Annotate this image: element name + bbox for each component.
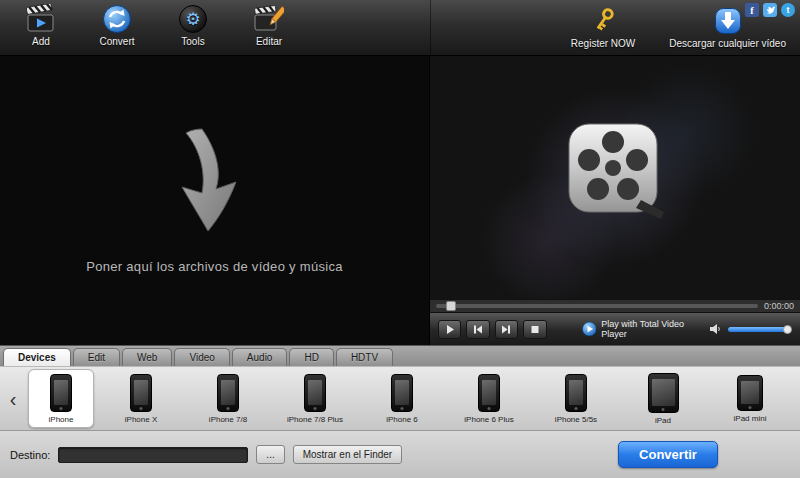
- show-in-finder-button[interactable]: Mostrar en el Finder: [293, 445, 402, 464]
- volume-slider[interactable]: [728, 327, 792, 332]
- destination-input[interactable]: [58, 447, 248, 463]
- carousel-prev-icon[interactable]: ‹: [4, 389, 22, 409]
- toolbar: Add: [0, 0, 800, 56]
- file-drop-zone[interactable]: Poner aquí los archivos de vídeo y músic…: [0, 56, 430, 345]
- bottom-bar: Destino: ... Mostrar en el Finder Conver…: [0, 430, 800, 478]
- ipad-mini-icon: [737, 375, 763, 411]
- device-item-ipad-mini[interactable]: iPad mini: [710, 375, 790, 423]
- film-reel-icon: [563, 120, 667, 228]
- device-label: iPhone: [49, 415, 74, 424]
- device-item-iphone-7-8-plus[interactable]: iPhone 7/8 Plus: [275, 374, 355, 424]
- iphone-6-plus-icon: [478, 374, 500, 412]
- facebook-icon[interactable]: f: [745, 3, 759, 17]
- device-item-iphone-7-8[interactable]: iPhone 7/8: [188, 374, 268, 424]
- convert-button[interactable]: Convert: [86, 4, 148, 47]
- iphone-6-icon: [391, 374, 413, 412]
- device-label: iPhone X: [125, 415, 157, 424]
- device-label: iPhone 5/5s: [555, 415, 597, 424]
- convert-arrows-icon: [102, 4, 132, 34]
- tab-devices[interactable]: Devices: [3, 348, 71, 366]
- tools-label: Tools: [181, 36, 204, 47]
- device-label: iPhone 6: [386, 415, 418, 424]
- tab-web[interactable]: Web: [122, 348, 172, 366]
- progress-row: 0:00:00: [430, 299, 800, 312]
- device-label: iPad mini: [734, 414, 767, 423]
- iphone-7-8-plus-icon: [304, 374, 326, 412]
- toolbar-left-group: Add: [10, 0, 300, 55]
- iphone-7-8-icon: [217, 374, 239, 412]
- twitter-icon[interactable]: t: [781, 3, 795, 17]
- device-list: iPhone iPhone X iPhone 7/8 iPhone 7/8 Pl…: [22, 369, 796, 428]
- twitter-bird-icon[interactable]: [763, 3, 777, 17]
- previous-button[interactable]: [466, 320, 489, 339]
- device-label: iPhone 7/8: [209, 415, 247, 424]
- browse-button[interactable]: ...: [256, 445, 284, 464]
- ipad-icon: [648, 373, 679, 413]
- player-controls: 0:00:00: [430, 299, 800, 345]
- time-display: 0:00:00: [764, 301, 794, 311]
- iphone-x-icon: [130, 374, 152, 412]
- device-carousel: ‹ iPhone iPhone X iPhone 7/8 iPhone 7/8 …: [0, 366, 800, 430]
- edit-button[interactable]: Editar: [238, 4, 300, 47]
- total-video-player-icon: [582, 321, 597, 337]
- volume-fill: [728, 327, 788, 332]
- download-icon: [713, 6, 743, 36]
- branding-text: Play with Total Video Player: [601, 319, 704, 339]
- device-label: iPhone 6 Plus: [464, 415, 513, 424]
- edit-label: Editar: [256, 36, 282, 47]
- device-item-ipad[interactable]: iPad: [623, 373, 703, 425]
- tab-hd[interactable]: HD: [289, 348, 333, 366]
- add-button[interactable]: Add: [10, 4, 72, 47]
- register-label: Register NOW: [571, 38, 635, 49]
- destination-label: Destino:: [10, 449, 50, 461]
- clapperboard-add-icon: [26, 4, 56, 34]
- gear-icon: ⚙: [178, 4, 208, 34]
- device-item-iphone[interactable]: iPhone: [28, 369, 94, 428]
- iphone-5-5s-icon: [565, 374, 587, 412]
- preview-player: 0:00:00: [430, 56, 800, 345]
- device-label: iPad: [655, 416, 671, 425]
- player-branding: Play with Total Video Player: [582, 319, 704, 339]
- seek-bar[interactable]: [436, 304, 758, 308]
- iphone-icon: [50, 374, 72, 412]
- tab-audio[interactable]: Audio: [232, 348, 288, 366]
- drop-arrow-icon: [172, 127, 258, 235]
- add-label: Add: [32, 36, 50, 47]
- video-converter-window: Add: [0, 0, 800, 478]
- main-area: Poner aquí los archivos de vídeo y músic…: [0, 56, 800, 345]
- play-button[interactable]: [438, 320, 461, 339]
- volume-handle[interactable]: [783, 325, 792, 334]
- convert-label: Convert: [99, 36, 134, 47]
- category-tabs: Devices Edit Web Video Audio HD HDTV: [0, 345, 800, 366]
- tools-button[interactable]: ⚙ Tools: [162, 4, 224, 47]
- seek-handle[interactable]: [446, 301, 456, 311]
- next-button[interactable]: [495, 320, 518, 339]
- device-item-iphone-6-plus[interactable]: iPhone 6 Plus: [449, 374, 529, 424]
- device-item-iphone-6[interactable]: iPhone 6: [362, 374, 442, 424]
- tab-video[interactable]: Video: [174, 348, 229, 366]
- device-item-iphone-5-5s[interactable]: iPhone 5/5s: [536, 374, 616, 424]
- tab-hdtv[interactable]: HDTV: [336, 348, 393, 366]
- tab-edit[interactable]: Edit: [73, 348, 120, 366]
- social-links: f t: [745, 3, 795, 17]
- key-icon: [588, 6, 618, 36]
- device-label: iPhone 7/8 Plus: [287, 415, 343, 424]
- download-label: Descargar cualquier vídeo: [669, 38, 786, 49]
- convert-button-main[interactable]: Convertir: [618, 441, 718, 468]
- register-button[interactable]: Register NOW: [571, 6, 635, 49]
- transport-bar: Play with Total Video Player: [430, 312, 800, 345]
- device-item-iphone-x[interactable]: iPhone X: [101, 374, 181, 424]
- stop-button[interactable]: [523, 320, 546, 339]
- volume-control: [709, 323, 792, 335]
- clapperboard-pencil-icon: [254, 4, 284, 34]
- drop-zone-hint: Poner aquí los archivos de vídeo y músic…: [86, 259, 343, 274]
- speaker-icon: [709, 323, 722, 335]
